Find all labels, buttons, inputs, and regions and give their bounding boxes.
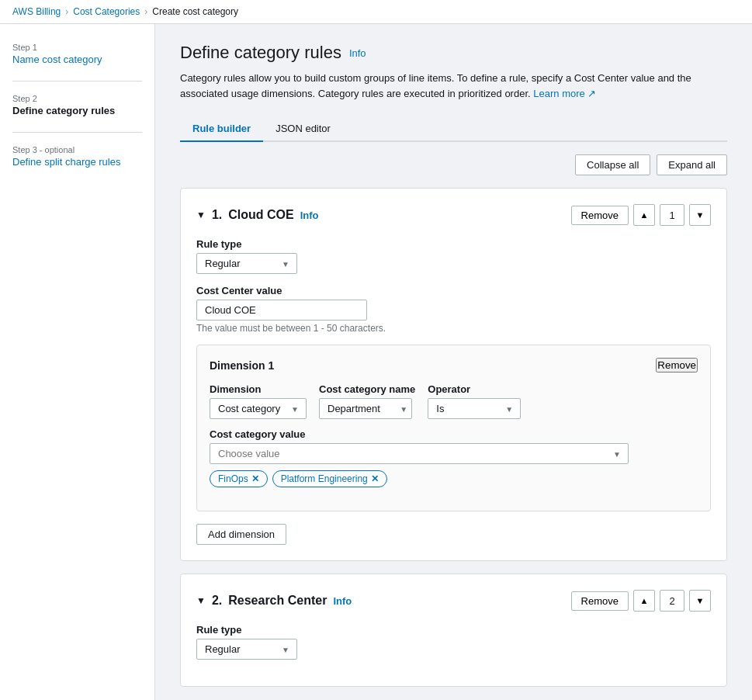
rule2-type-select-wrapper: Regular Inherited value (196, 639, 297, 660)
dimension1-remove-button[interactable]: Remove (656, 358, 698, 373)
operator-select-wrapper: Is Is not (428, 398, 521, 419)
rule1-cost-center-label: Cost Center value (196, 285, 711, 296)
tag-platform-engineering-label: Platform Engineering (281, 473, 368, 484)
rule1-cost-center-input[interactable] (196, 300, 367, 321)
rule-number-2: 2. (212, 594, 222, 608)
toolbar: Collapse all Expand all (180, 154, 727, 175)
dimension-col-3: Operator Is Is not (428, 383, 521, 419)
cost-category-value-group: Cost category value FinOps ✕ Platform En… (210, 428, 698, 487)
rule2-down-button[interactable]: ▼ (689, 590, 711, 612)
dimension-section-1: Dimension 1 Remove Dimension Cost catego… (196, 345, 711, 511)
collapse-all-button[interactable]: Collapse all (575, 154, 650, 175)
tag-finops-remove[interactable]: ✕ (251, 473, 259, 484)
collapse-triangle-1[interactable]: ▼ (196, 210, 206, 220)
rule2-info-link[interactable]: Info (333, 595, 352, 607)
rule1-type-group: Rule type Regular Inherited value (196, 238, 711, 274)
rule2-type-group: Rule type Regular Inherited value (196, 624, 711, 660)
operator-label: Operator (428, 383, 521, 395)
tab-rule-builder[interactable]: Rule builder (180, 116, 263, 142)
dimension-col-2: Cost category name Department Team (319, 383, 415, 419)
rule-header-1: ▼ 1. Cloud COE Info Remove ▲ 1 ▼ (196, 204, 711, 226)
rule1-number: 1 (660, 204, 684, 226)
dimension-col-1: Dimension Cost category Service Tag Acco… (210, 383, 307, 419)
add-dimension-button[interactable]: Add dimension (196, 524, 286, 545)
rule1-type-label: Rule type (196, 238, 711, 250)
cost-category-name-wrapper: Department Team (319, 398, 415, 419)
tabs: Rule builder JSON editor (180, 116, 727, 142)
rule-header-2: ▼ 2. Research Center Info Remove ▲ 2 ▼ (196, 590, 711, 612)
dimension-title-1: Dimension 1 (210, 359, 274, 372)
dimension-select-wrapper: Cost category Service Tag Account (210, 398, 307, 419)
dimension-header-1: Dimension 1 Remove (210, 358, 698, 373)
step1-label: Step 1 (12, 43, 142, 52)
sidebar-step-1: Step 1 Name cost category (12, 43, 142, 65)
cost-category-value-wrapper (210, 443, 629, 464)
expand-all-button[interactable]: Expand all (657, 154, 727, 175)
step3-name[interactable]: Define split charge rules (12, 156, 142, 168)
page-title-section: Define category rules Info (180, 43, 727, 63)
operator-select[interactable]: Is Is not (428, 398, 521, 419)
step1-name[interactable]: Name cost category (12, 54, 142, 65)
rule2-number: 2 (660, 590, 684, 612)
sidebar-step-3: Step 3 - optional Define split charge ru… (12, 145, 142, 168)
breadcrumb: AWS Billing › Cost Categories › Create c… (0, 0, 752, 24)
cost-category-name-select[interactable]: Department Team (319, 398, 412, 419)
tags-container: FinOps ✕ Platform Engineering ✕ (210, 470, 698, 487)
learn-more-link[interactable]: Learn more ↗ (533, 88, 596, 99)
page-description: Category rules allow you to build custom… (180, 71, 723, 101)
tab-json-editor[interactable]: JSON editor (263, 116, 343, 142)
breadcrumb-sep-2: › (144, 6, 147, 17)
breadcrumb-sep-1: › (65, 6, 68, 17)
page-title: Define category rules (180, 43, 341, 63)
tag-platform-engineering: Platform Engineering ✕ (272, 470, 387, 487)
rule-controls-1: Remove ▲ 1 ▼ (571, 204, 711, 226)
breadcrumb-current: Create cost category (152, 6, 238, 17)
rule-controls-2: Remove ▲ 2 ▼ (571, 590, 711, 612)
breadcrumb-cost-categories[interactable]: Cost Categories (73, 6, 140, 17)
tag-platform-engineering-remove[interactable]: ✕ (371, 473, 379, 484)
tag-finops: FinOps ✕ (210, 470, 268, 487)
sidebar: Step 1 Name cost category Step 2 Define … (0, 24, 155, 700)
sidebar-step-2: Step 2 Define category rules (12, 94, 142, 116)
rule1-type-select-wrapper: Regular Inherited value (196, 253, 297, 274)
cost-category-value-input[interactable] (210, 443, 629, 464)
breadcrumb-aws-billing[interactable]: AWS Billing (12, 6, 61, 17)
page-info-link[interactable]: Info (349, 47, 366, 59)
rule1-remove-button[interactable]: Remove (571, 206, 629, 225)
tag-finops-label: FinOps (218, 473, 248, 484)
rule1-info-link[interactable]: Info (300, 210, 319, 221)
collapse-triangle-2[interactable]: ▼ (196, 595, 206, 606)
rule-card-1: ▼ 1. Cloud COE Info Remove ▲ 1 ▼ Rule ty… (180, 188, 727, 561)
dimension-col1-label: Dimension (210, 383, 307, 395)
step2-label: Step 2 (12, 94, 142, 103)
rule2-type-select[interactable]: Regular Inherited value (196, 639, 297, 660)
rule-card-2: ▼ 2. Research Center Info Remove ▲ 2 ▼ R… (180, 574, 727, 687)
rule2-up-button[interactable]: ▲ (633, 590, 655, 612)
rule1-down-button[interactable]: ▼ (689, 204, 711, 226)
rule-title-1: ▼ 1. Cloud COE Info (196, 208, 319, 222)
rule-name-1: Cloud COE (228, 208, 293, 222)
rule1-cost-center-hint: The value must be between 1 - 50 charact… (196, 323, 711, 334)
cost-category-name-label: Cost category name (319, 383, 415, 395)
main-content: Define category rules Info Category rule… (155, 24, 752, 700)
rule1-cost-center-group: Cost Center value The value must be betw… (196, 285, 711, 334)
rule-number-1: 1. (212, 208, 222, 222)
dimension-row-1: Dimension Cost category Service Tag Acco… (210, 383, 698, 419)
rule1-up-button[interactable]: ▲ (633, 204, 655, 226)
rule-name-2: Research Center (228, 594, 327, 608)
cost-category-value-label: Cost category value (210, 428, 698, 440)
rule2-type-label: Rule type (196, 624, 711, 636)
step2-name[interactable]: Define category rules (12, 105, 142, 116)
rule-title-2: ▼ 2. Research Center Info (196, 594, 352, 608)
rule1-type-select[interactable]: Regular Inherited value (196, 253, 297, 274)
dimension-select[interactable]: Cost category Service Tag Account (210, 398, 307, 419)
step3-label: Step 3 - optional (12, 145, 142, 154)
rule2-remove-button[interactable]: Remove (571, 591, 629, 611)
